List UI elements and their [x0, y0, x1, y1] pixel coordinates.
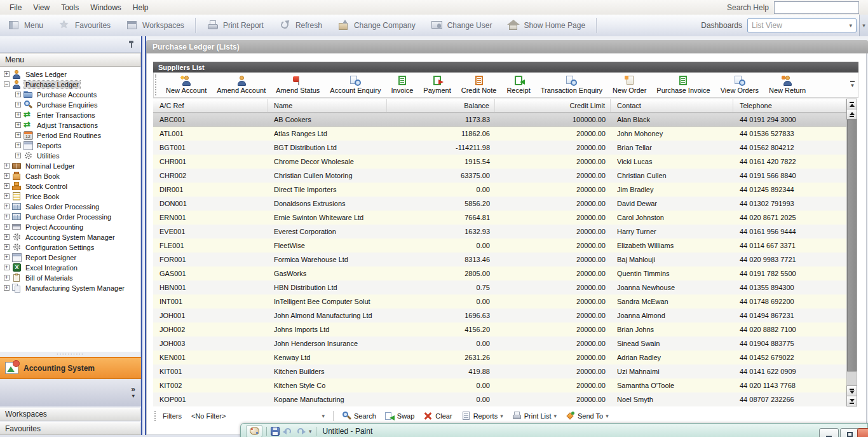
sidebar-item-period-end-routines[interactable]: + Period End Routines: [0, 130, 140, 141]
supplier-row-kit002[interactable]: KIT002 Kitchen Style Co 0.00 20000.00 Sa…: [153, 378, 857, 392]
supplier-row-joh002[interactable]: JOH002 Johns Imports Ltd 4156.20 20000.0…: [153, 323, 857, 336]
paint-app-button[interactable]: [246, 425, 262, 437]
toolbar-button-favourites[interactable]: Favourites: [51, 17, 118, 34]
toolbar-overflow-button[interactable]: ▾: [859, 15, 868, 36]
sidebar-item-enter-transactions[interactable]: + Enter Transactions: [0, 110, 140, 120]
sidebar-item-configuration-settings[interactable]: + Configuration Settings: [0, 242, 140, 253]
supplier-row-fle001[interactable]: FLE001 FleetWise 0.00 20000.00 Elizabeth…: [153, 239, 857, 253]
column-header[interactable]: Telephone: [733, 99, 846, 112]
expand-box[interactable]: +: [4, 204, 10, 209]
expand-box[interactable]: +: [4, 285, 10, 291]
filter-button-search[interactable]: Search: [337, 410, 381, 422]
expand-box[interactable]: +: [4, 214, 10, 219]
menu-tools[interactable]: Tools: [55, 1, 85, 14]
save-icon[interactable]: [271, 427, 280, 436]
action-new-account[interactable]: New Account: [161, 73, 212, 97]
supplier-row-dir001[interactable]: DIR001 Direct Tile Importers 0.00 20000.…: [153, 183, 857, 197]
action-credit-note[interactable]: Credit Note: [456, 73, 502, 97]
expand-box[interactable]: +: [4, 71, 10, 77]
sidebar-item-report-designer[interactable]: + Report Designer: [0, 253, 140, 263]
expand-box[interactable]: +: [4, 244, 10, 250]
expand-box[interactable]: +: [4, 173, 10, 179]
column-header[interactable]: Balance: [387, 99, 495, 112]
action-new-return[interactable]: New Return: [764, 73, 811, 97]
toolbar-button-change-company[interactable]: Change Company: [330, 17, 423, 34]
action-new-order[interactable]: New Order: [607, 73, 651, 97]
menu-windows[interactable]: Windows: [85, 1, 127, 14]
close-button[interactable]: [857, 428, 868, 437]
sidebar-item-bill-of-materials[interactable]: + Bill of Materials: [0, 273, 140, 283]
expand-box[interactable]: −: [4, 81, 10, 87]
toolbar-button-workspaces[interactable]: Workspaces: [119, 17, 191, 34]
sidebar-item-sales-ledger[interactable]: + Sales Ledger: [0, 69, 140, 80]
expand-box[interactable]: +: [4, 183, 10, 189]
supplier-row-chr002[interactable]: CHR002 Christian Cullen Motoring 63375.0…: [153, 169, 857, 183]
workspaces-panel-button[interactable]: Workspaces: [0, 408, 141, 421]
undo-icon[interactable]: [283, 427, 292, 435]
action-amend-status[interactable]: Amend Status: [271, 73, 325, 97]
sidebar-item-project-accounting[interactable]: + Project Accounting: [0, 222, 140, 232]
expand-box[interactable]: +: [15, 92, 21, 97]
expand-box[interactable]: +: [15, 122, 21, 128]
sidebar-item-purchase-order-processing[interactable]: + Purchase Order Processing: [0, 212, 140, 222]
sidebar-item-price-book[interactable]: + Price Book: [0, 191, 140, 202]
sidebar-item-accounting-system-manager[interactable]: + Accounting System Manager: [0, 232, 140, 242]
supplier-row-chr001[interactable]: CHR001 Chrome Decor Wholesale 1915.54 20…: [153, 155, 857, 169]
supplier-row-don001[interactable]: DON001 Donaldsons Extrusions 5856.20 200…: [153, 197, 857, 211]
filter-button-reports[interactable]: Reports ▾: [457, 410, 508, 422]
action-purchase-invoice[interactable]: Purchase Invoice: [651, 73, 715, 97]
expand-box[interactable]: +: [15, 102, 21, 108]
menu-file[interactable]: File: [4, 1, 27, 14]
accounting-system-button[interactable]: Accounting System: [0, 357, 141, 379]
column-header[interactable]: A/C Ref: [153, 99, 268, 112]
toolbar-grip[interactable]: [155, 74, 159, 95]
supplier-row-int001[interactable]: INT001 InTelligent Bee Computer Solut 0.…: [153, 295, 857, 309]
sidebar-item-excel-integration[interactable]: + Excel Integration: [0, 263, 140, 273]
action-invoice[interactable]: Invoice: [386, 73, 418, 97]
filter-button-print-list[interactable]: Print List ▾: [508, 410, 561, 422]
supplier-row-kop001[interactable]: KOP001 Kopane Manufacturing 0.00 20000.0…: [153, 392, 857, 406]
scroll-down-button[interactable]: [846, 385, 857, 396]
expand-box[interactable]: +: [15, 112, 21, 118]
filter-select[interactable]: <No Filter> ▾: [187, 410, 329, 422]
sidebar-item-purchase-ledger[interactable]: − Purchase Ledger: [0, 80, 140, 90]
supplier-row-hbn001[interactable]: HBN001 HBN Distribution Ltd 0.75 20000.0…: [153, 281, 857, 295]
action-amend-account[interactable]: Amend Account: [212, 73, 271, 97]
expand-box[interactable]: +: [15, 153, 21, 158]
supplier-row-atl001[interactable]: ATL001 Atlas Ranges Ltd 11862.06 20000.0…: [153, 127, 857, 141]
supplier-row-ken001[interactable]: KEN001 Kenway Ltd 2631.26 20000.00 Adria…: [153, 350, 857, 364]
menu-help[interactable]: Help: [127, 1, 154, 14]
sidebar-item-purchase-enquiries[interactable]: + Purchase Enquiries: [0, 100, 140, 110]
pin-icon[interactable]: [128, 41, 135, 48]
redo-icon[interactable]: [296, 427, 305, 435]
minimize-button[interactable]: [819, 428, 839, 437]
expand-box[interactable]: +: [4, 224, 10, 230]
expand-box[interactable]: +: [4, 163, 10, 169]
favourites-panel-button[interactable]: Favourites: [0, 422, 141, 435]
action-payment[interactable]: Payment: [418, 73, 456, 97]
supplier-row-bgt001[interactable]: BGT001 BGT Distribution Ltd -114211.98 2…: [153, 141, 857, 155]
toolbar-button-change-user[interactable]: Change User: [424, 17, 499, 34]
supplier-row-joh003[interactable]: JOH003 John Henderson Insurance 0.00 200…: [153, 336, 857, 350]
sidebar-item-manufacturing-system-manager[interactable]: + Manufacturing System Manager: [0, 283, 140, 293]
supplier-row-eve001[interactable]: EVE001 Everest Corporation 1632.93 20000…: [153, 225, 857, 239]
quick-access-dropdown-icon[interactable]: ▾: [309, 428, 312, 434]
expand-box[interactable]: +: [4, 254, 10, 260]
supplier-row-abc001[interactable]: ABC001 AB Cookers 1173.83 100000.00 Alan…: [153, 113, 857, 127]
supplier-row-for001[interactable]: FOR001 Formica Warehouse Ltd 8313.46 200…: [153, 253, 857, 267]
sidebar-item-reports[interactable]: + Reports: [0, 141, 140, 151]
toolbar-button-refresh[interactable]: Refresh: [272, 17, 329, 34]
supplier-row-gas001[interactable]: GAS001 GasWorks 2805.00 20000.00 Quentin…: [153, 267, 857, 281]
supplier-row-ern001[interactable]: ERN001 Ernie Swinton Whiteware Ltd 7664.…: [153, 211, 857, 225]
toolbar-button-print-report[interactable]: Print Report: [200, 17, 271, 34]
paint-window-titlebar[interactable]: ▾ Untitled - Paint: [240, 423, 868, 437]
actions-overflow-button[interactable]: ▼: [848, 75, 857, 94]
vertical-scrollbar[interactable]: [846, 99, 857, 406]
supplier-row-kit001[interactable]: KIT001 Kitchen Builders 419.88 20000.00 …: [153, 364, 857, 378]
sidebar-item-purchase-accounts[interactable]: + Purchase Accounts: [0, 90, 140, 100]
expand-box[interactable]: +: [4, 275, 10, 281]
sidebar-item-utilities[interactable]: + Utilities: [0, 151, 140, 161]
filter-button-send-to[interactable]: Send To ▾: [561, 410, 613, 422]
action-view-orders[interactable]: View Orders: [715, 73, 764, 97]
sidebar-item-cash-book[interactable]: + Cash Book: [0, 171, 140, 181]
